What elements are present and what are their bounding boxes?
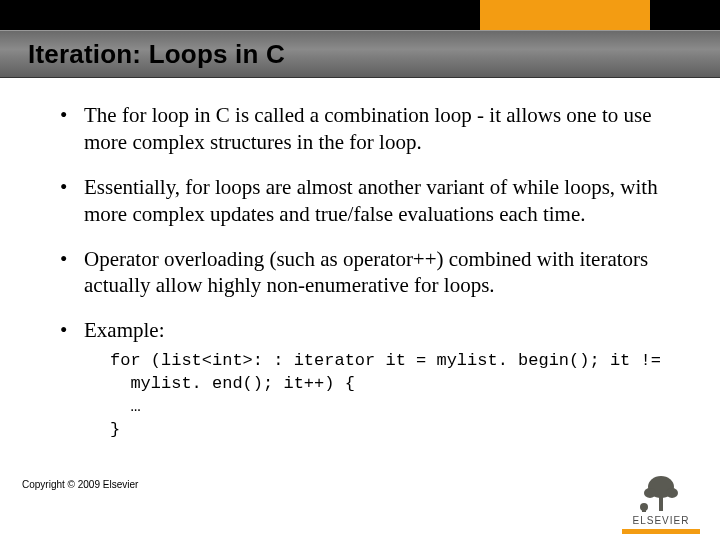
title-band: Iteration: Loops in C (0, 30, 720, 78)
slide-title: Iteration: Loops in C (28, 39, 285, 70)
bullet-item: Operator overloading (such as operator++… (58, 246, 672, 300)
top-bar (0, 0, 720, 30)
bullet-text: Example: (84, 318, 164, 342)
bullet-item: Essentially, for loops are almost anothe… (58, 174, 672, 228)
content-area: The for loop in C is called a combinatio… (0, 78, 720, 442)
svg-rect-5 (642, 507, 646, 512)
svg-point-2 (644, 488, 656, 498)
bullet-item: Example: for (list<int>: : iterator it =… (58, 317, 672, 442)
logo-text: ELSEVIER (622, 515, 700, 526)
copyright-text: Copyright © 2009 Elsevier (22, 479, 138, 490)
logo-underline (622, 529, 700, 534)
bullet-item: The for loop in C is called a combinatio… (58, 102, 672, 156)
accent-block (480, 0, 650, 30)
code-example: for (list<int>: : iterator it = mylist. … (110, 350, 672, 442)
elsevier-tree-icon (634, 473, 688, 513)
elsevier-logo: ELSEVIER (622, 473, 700, 534)
svg-point-3 (666, 488, 678, 498)
bullet-list: The for loop in C is called a combinatio… (58, 102, 672, 442)
svg-rect-0 (659, 497, 663, 511)
